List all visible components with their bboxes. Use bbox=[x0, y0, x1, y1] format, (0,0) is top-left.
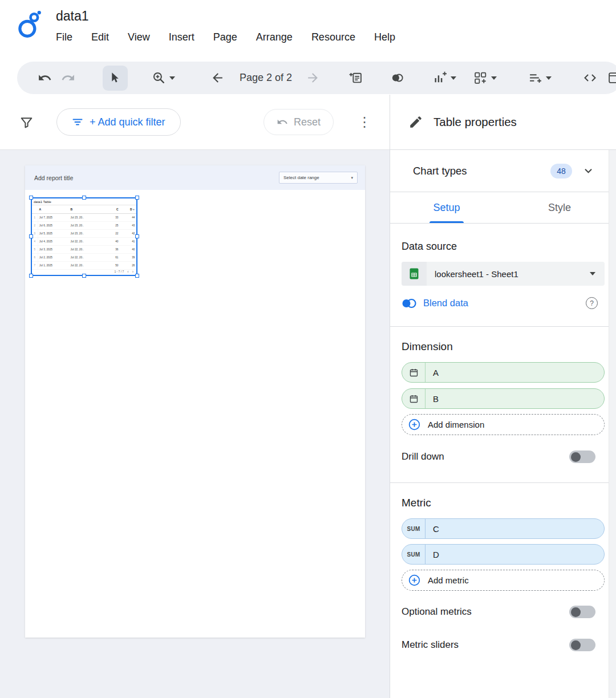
embed-code-button[interactable] bbox=[583, 71, 597, 85]
metric-chip-c[interactable]: SUM C bbox=[402, 518, 605, 539]
reset-button[interactable]: Reset bbox=[264, 109, 334, 135]
chart-types-row[interactable]: Chart types 48 bbox=[390, 150, 616, 192]
metric-chip-d[interactable]: SUM D bbox=[402, 544, 605, 565]
add-filter-button[interactable] bbox=[528, 71, 552, 85]
cell: Jul 6, 2025 bbox=[38, 221, 69, 229]
report-header-band: Add report title Select date range ▾ bbox=[25, 165, 365, 190]
aggregation-cell: SUM bbox=[402, 519, 425, 538]
table-chart[interactable]: data1 Table A B C D▼ bbox=[31, 197, 137, 276]
report-title-placeholder[interactable]: Add report title bbox=[34, 174, 73, 181]
menu-arrange[interactable]: Arrange bbox=[256, 31, 293, 43]
metric-sliders-label: Metric sliders bbox=[402, 639, 459, 651]
column-header-b[interactable]: B bbox=[69, 205, 104, 213]
resize-handle[interactable] bbox=[135, 274, 139, 278]
reset-label: Reset bbox=[294, 116, 321, 128]
resize-handle[interactable] bbox=[135, 234, 139, 238]
redo-button[interactable] bbox=[61, 71, 75, 85]
column-header-c[interactable]: C bbox=[104, 205, 120, 213]
cell: Jul 22, 20.. bbox=[69, 237, 104, 245]
optional-metrics-label: Optional metrics bbox=[402, 606, 472, 618]
dimension-chip-b[interactable]: B bbox=[402, 388, 605, 409]
menu-page[interactable]: Page bbox=[213, 31, 237, 43]
more-tools-button[interactable] bbox=[607, 71, 616, 85]
column-header-a[interactable]: A bbox=[38, 205, 69, 213]
data-source-label: Data source bbox=[402, 241, 605, 253]
cell: Jul 4, 2025 bbox=[38, 237, 69, 245]
toggle-knob bbox=[571, 607, 581, 617]
menu-resource[interactable]: Resource bbox=[311, 31, 355, 43]
resize-handle[interactable] bbox=[82, 196, 86, 200]
cell: 22 bbox=[104, 229, 120, 237]
menu-insert[interactable]: Insert bbox=[169, 31, 194, 43]
table-row: 6 Jul 2, 2025 Jul 22, 20.. 61 39 bbox=[32, 253, 136, 261]
panel-scrollbar[interactable] bbox=[609, 150, 616, 698]
menubar: File Edit View Insert Page Arrange Resou… bbox=[56, 31, 414, 43]
pagination-prev-icon[interactable]: ‹ bbox=[127, 269, 128, 274]
menu-edit[interactable]: Edit bbox=[91, 31, 109, 43]
zoom-icon bbox=[152, 71, 166, 85]
blend-tool-button[interactable] bbox=[390, 71, 404, 85]
chart-types-label: Chart types bbox=[413, 165, 467, 177]
cell: Jul 1, 2025 bbox=[38, 261, 69, 269]
column-header-d[interactable]: D▼ bbox=[120, 205, 136, 213]
menu-file[interactable]: File bbox=[56, 31, 72, 43]
looker-studio-logo[interactable] bbox=[16, 10, 42, 39]
cell: Jul 23, 20.. bbox=[69, 213, 104, 221]
date-range-control[interactable]: Select date range ▾ bbox=[279, 172, 358, 184]
previous-page-button[interactable] bbox=[210, 71, 225, 85]
add-chart-button[interactable] bbox=[433, 71, 456, 85]
optional-metrics-row: Optional metrics bbox=[402, 606, 605, 618]
add-page-button[interactable] bbox=[348, 71, 363, 85]
chart-types-count-badge: 48 bbox=[550, 164, 572, 178]
resize-handle[interactable] bbox=[29, 234, 33, 238]
help-button[interactable]: ? bbox=[586, 297, 598, 309]
resize-handle[interactable] bbox=[29, 196, 33, 200]
pagination-next-icon[interactable]: › bbox=[132, 269, 133, 274]
add-control-button[interactable] bbox=[473, 71, 497, 85]
tab-setup[interactable]: Setup bbox=[390, 192, 503, 223]
dimension-chip-label: A bbox=[425, 363, 439, 382]
metric-chip-label: D bbox=[425, 545, 439, 564]
date-range-caret-icon: ▾ bbox=[351, 176, 353, 180]
table-header-row: A B C D▼ bbox=[32, 205, 136, 213]
menu-help[interactable]: Help bbox=[374, 31, 395, 43]
resize-handle[interactable] bbox=[29, 274, 33, 278]
add-quick-filter-label: + Add quick filter bbox=[90, 116, 165, 128]
optional-metrics-toggle[interactable] bbox=[569, 606, 595, 618]
google-sheets-icon bbox=[407, 267, 421, 281]
menu-view[interactable]: View bbox=[128, 31, 150, 43]
resize-handle[interactable] bbox=[135, 196, 139, 200]
drill-down-row: Drill down bbox=[402, 451, 605, 463]
document-title[interactable]: data1 bbox=[56, 9, 414, 24]
tab-style[interactable]: Style bbox=[503, 192, 616, 223]
reset-undo-icon bbox=[277, 116, 288, 128]
panel-tabs: Setup Style bbox=[390, 192, 616, 224]
data-source-caret-icon bbox=[590, 272, 595, 275]
add-dimension-button[interactable]: Add dimension bbox=[402, 414, 605, 435]
app-header: data1 File Edit View Insert Page Arrange… bbox=[0, 0, 616, 58]
zoom-tool-button[interactable] bbox=[152, 71, 175, 85]
page-indicator[interactable]: Page 2 of 2 bbox=[240, 72, 292, 84]
report-canvas[interactable]: Add report title Select date range ▾ dat… bbox=[0, 150, 390, 698]
add-quick-filter-button[interactable]: + Add quick filter bbox=[56, 108, 181, 136]
table-row: 1 Jul 7, 2025 Jul 23, 20.. 33 44 bbox=[32, 213, 136, 221]
resize-handle[interactable] bbox=[82, 274, 86, 278]
dimension-heading: Dimension bbox=[402, 340, 605, 353]
add-filter-caret-icon bbox=[546, 76, 552, 80]
date-range-label: Select date range bbox=[283, 175, 319, 180]
clipped-panel-icon bbox=[607, 71, 616, 85]
undo-button[interactable] bbox=[38, 71, 52, 85]
add-metric-button[interactable]: Add metric bbox=[402, 570, 605, 591]
drill-down-toggle[interactable] bbox=[569, 451, 595, 463]
data-source-select[interactable]: lookersheet1 - Sheet1 bbox=[402, 262, 605, 286]
metric-section: Metric SUM C SUM D bbox=[390, 497, 616, 669]
toggle-knob bbox=[571, 640, 581, 650]
filter-bar-more-button[interactable]: ⋮ bbox=[354, 113, 375, 131]
workspace: + Add quick filter Reset ⋮ Add report ti… bbox=[0, 95, 616, 698]
panel-title: Table properties bbox=[433, 115, 517, 129]
metric-sliders-toggle[interactable] bbox=[569, 639, 595, 651]
next-page-button[interactable] bbox=[306, 71, 320, 85]
blend-data-button[interactable]: Blend data bbox=[423, 298, 468, 309]
select-tool-button[interactable] bbox=[103, 66, 128, 91]
dimension-chip-a[interactable]: A bbox=[402, 362, 605, 383]
